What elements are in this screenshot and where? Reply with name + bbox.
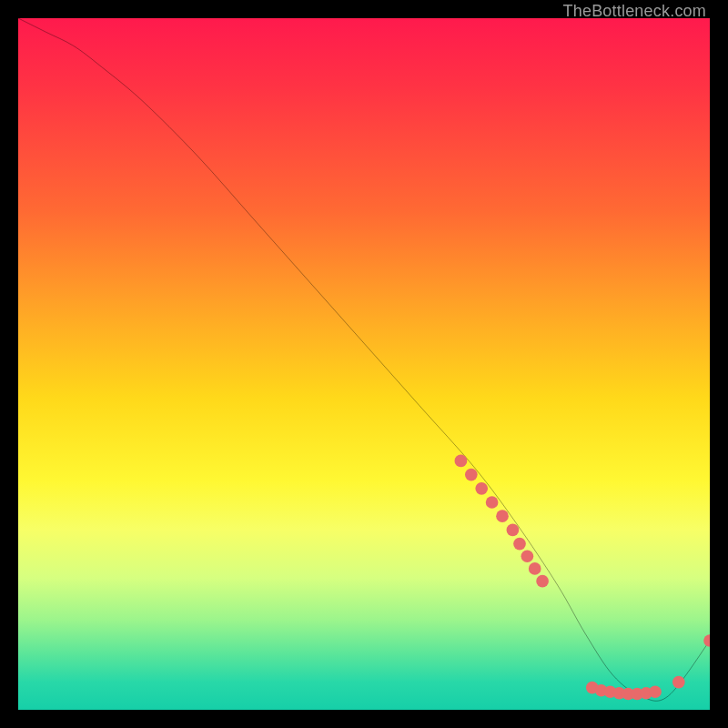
data-point: [513, 538, 526, 551]
data-point: [672, 676, 685, 689]
data-point: [486, 496, 499, 509]
data-point-markers: [455, 455, 710, 701]
data-point: [507, 524, 520, 537]
data-point: [649, 685, 662, 698]
chart-stage: TheBottleneck.com: [0, 0, 728, 728]
data-point: [496, 510, 509, 522]
data-point: [529, 562, 541, 575]
bottleneck-curve-line: [18, 18, 710, 701]
data-point: [703, 634, 710, 647]
data-point: [521, 550, 534, 562]
chart-svg: [18, 18, 710, 710]
data-point: [475, 482, 488, 495]
data-point: [465, 469, 478, 481]
data-point: [455, 455, 468, 468]
data-point: [536, 575, 549, 588]
plot-frame: [18, 18, 710, 710]
